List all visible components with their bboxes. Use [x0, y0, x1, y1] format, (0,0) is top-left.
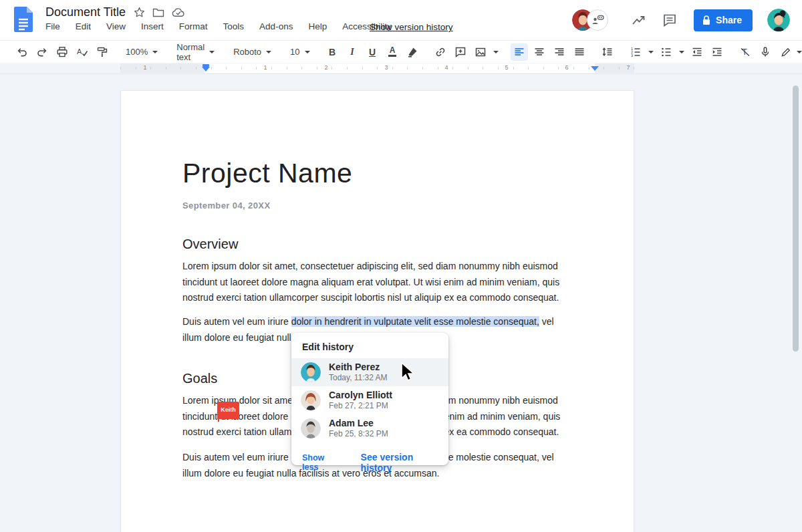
mouse-cursor: [400, 362, 415, 382]
show-less-link[interactable]: Show less: [302, 453, 339, 472]
menu-add-ons[interactable]: Add-ons: [259, 21, 293, 31]
numbered-list-button[interactable]: 123: [627, 43, 644, 61]
ruler-label: 6: [565, 64, 568, 71]
ruler[interactable]: 1 1 2 3 4 5 6 7: [0, 63, 802, 74]
ruler-label: 1: [143, 64, 146, 71]
selected-text: dolor in hendrerit in vulputate velit es…: [291, 316, 539, 327]
paint-format-button[interactable]: [94, 43, 111, 61]
docs-logo-icon[interactable]: [14, 7, 33, 32]
adam-avatar: [301, 418, 321, 438]
menu-edit[interactable]: Edit: [76, 21, 91, 31]
zoom-select[interactable]: 100%: [122, 43, 162, 61]
see-version-history-link[interactable]: See version history: [361, 452, 438, 473]
text-line: Duis autem vel eum iriure dolor in hendr…: [182, 314, 554, 330]
scrollbar-thumb[interactable]: [793, 86, 799, 352]
ruler-label: 5: [505, 64, 508, 71]
numbered-list-chevron-icon[interactable]: [648, 51, 654, 53]
line-spacing-button[interactable]: [599, 43, 616, 61]
history-entry-adam[interactable]: Adam Lee Feb 25, 8:32 PM: [291, 414, 448, 442]
open-comments-icon[interactable]: [662, 12, 678, 28]
clear-formatting-button[interactable]: T: [737, 43, 754, 61]
insert-link-button[interactable]: [432, 43, 449, 61]
menu-help[interactable]: Help: [308, 21, 327, 31]
align-center-button[interactable]: [531, 43, 548, 61]
left-indent-marker[interactable]: [202, 64, 210, 72]
chevron-down-icon: [152, 51, 158, 53]
print-button[interactable]: [53, 43, 71, 61]
voice-typing-mic-button[interactable]: [757, 43, 774, 61]
chevron-down-icon: [209, 51, 215, 53]
paragraph-style-select[interactable]: Normal text: [172, 43, 219, 61]
bold-button[interactable]: B: [323, 43, 341, 61]
chevron-down-icon: [305, 51, 310, 53]
text-line: nostrud exerci tation ullamcorper suscip…: [182, 290, 559, 306]
menu-format[interactable]: Format: [179, 21, 208, 31]
ruler-label: 1: [263, 64, 267, 71]
svg-text:A: A: [77, 47, 82, 55]
history-entry-carolyn[interactable]: Carolyn Elliott Feb 27, 2:21 PM: [291, 386, 448, 414]
font-family-select[interactable]: Roboto: [229, 43, 275, 61]
justify-button[interactable]: [571, 43, 588, 61]
follow-presenter-button[interactable]: [587, 9, 608, 31]
menu-view[interactable]: View: [106, 21, 126, 31]
ruler-label: 2: [324, 64, 327, 71]
bulleted-list-button[interactable]: [658, 43, 675, 61]
lock-icon: [702, 15, 710, 25]
collaborator-name-flag: Keith: [217, 402, 239, 420]
menu-bar: File Edit View Insert Format Tools Add-o…: [45, 21, 392, 31]
collaborator-caret: Keith: [218, 410, 219, 422]
editing-mode-select[interactable]: [777, 43, 802, 61]
text-color-button[interactable]: A: [384, 43, 401, 61]
cloud-saved-icon[interactable]: [172, 7, 185, 17]
heading-goals[interactable]: Goals: [182, 371, 217, 386]
color-bar: [388, 55, 396, 57]
svg-text:3: 3: [631, 53, 633, 57]
text-line: Lorem ipsum dolor sit amet, consectetuer…: [182, 259, 559, 275]
add-comment-button[interactable]: [452, 43, 469, 61]
italic-button[interactable]: I: [344, 43, 361, 61]
bulleted-list-chevron-icon[interactable]: [679, 51, 684, 53]
chevron-down-icon: [266, 51, 271, 53]
underline-button[interactable]: U: [364, 43, 381, 61]
doc-date[interactable]: September 04, 20XX: [182, 201, 271, 211]
menu-tools[interactable]: Tools: [223, 21, 245, 31]
right-indent-marker[interactable]: [591, 66, 599, 71]
pencil-icon: [781, 46, 792, 57]
toolbar: A 100% Normal text Roboto 10 B I U A 123: [0, 40, 802, 63]
ruler-label: 3: [384, 64, 388, 71]
undo-button[interactable]: [13, 43, 31, 61]
align-right-button[interactable]: [551, 43, 568, 61]
increase-indent-button[interactable]: [708, 43, 726, 61]
chevron-down-icon: [797, 51, 802, 53]
redo-button[interactable]: [33, 43, 51, 61]
star-icon[interactable]: [134, 7, 145, 18]
spellcheck-button[interactable]: A: [74, 43, 91, 61]
highlight-color-button[interactable]: [404, 43, 421, 61]
activity-dashboard-icon[interactable]: [631, 12, 647, 28]
decrease-indent-button[interactable]: [688, 43, 706, 61]
insert-image-button[interactable]: [472, 43, 489, 61]
edit-history-popup: Edit history Keith Perez Today, 11:32 AM: [291, 333, 448, 465]
document-page[interactable]: Project Name September 04, 20XX Overview…: [120, 90, 634, 532]
text-line: tincidunt ut laoreet dolore magna aliqua…: [182, 275, 559, 291]
profile-avatar[interactable]: [767, 9, 790, 31]
image-options-chevron-icon[interactable]: [493, 51, 499, 53]
share-button[interactable]: Share: [694, 9, 753, 31]
menu-file[interactable]: File: [45, 21, 60, 31]
google-docs-app: Document Title File Edit View Insert For…: [0, 0, 802, 532]
move-folder-icon[interactable]: [152, 7, 164, 18]
show-version-history-link[interactable]: Show version history: [370, 22, 453, 32]
overview-paragraph[interactable]: Lorem ipsum dolor sit amet, consectetuer…: [182, 259, 559, 306]
document-title[interactable]: Document Title: [45, 5, 126, 19]
ruler-ticks: [120, 67, 634, 70]
ruler-label: 4: [444, 64, 448, 71]
ruler-label: 7: [626, 64, 630, 71]
font-size-select[interactable]: 10: [286, 43, 313, 61]
align-left-button[interactable]: [511, 43, 528, 61]
keith-avatar: [301, 362, 321, 382]
doc-heading-project-name[interactable]: Project Name: [182, 158, 352, 189]
history-entry-keith[interactable]: Keith Perez Today, 11:32 AM: [291, 358, 448, 386]
menu-insert[interactable]: Insert: [141, 21, 164, 31]
heading-overview[interactable]: Overview: [182, 237, 238, 252]
edit-history-title: Edit history: [291, 333, 448, 358]
